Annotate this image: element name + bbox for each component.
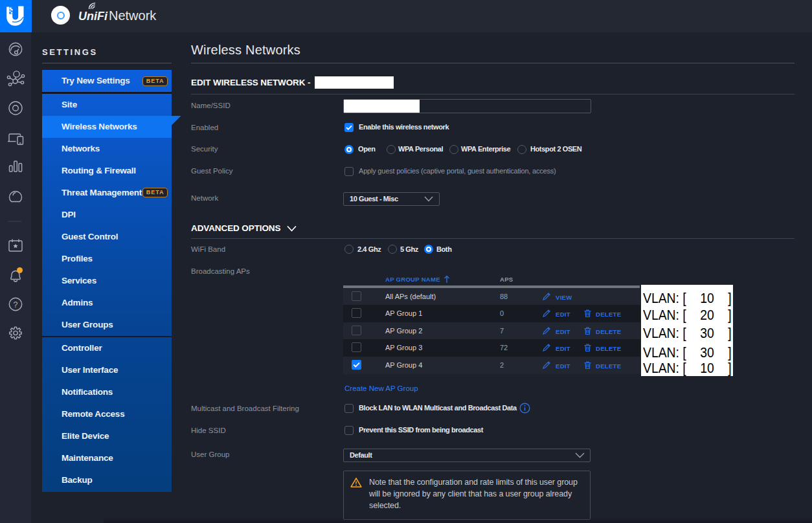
svg-text:?: ? xyxy=(14,300,18,309)
